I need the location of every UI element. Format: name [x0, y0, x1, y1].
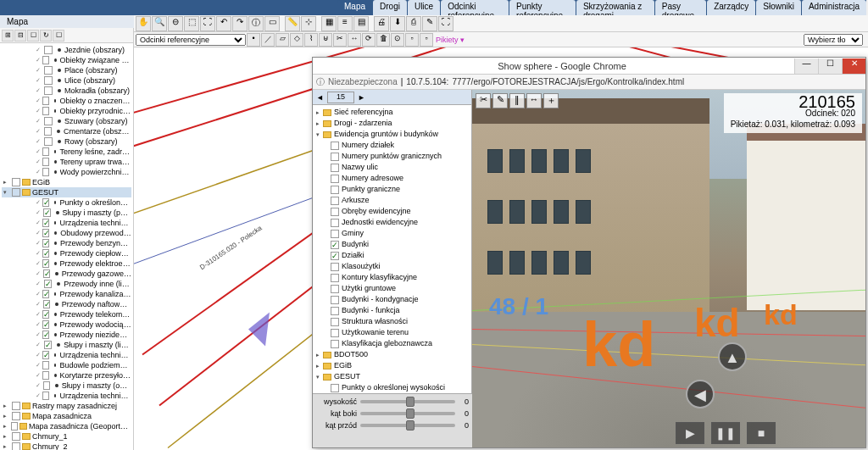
tree-item[interactable]: ✓Budowle podziemne (obszary) — [2, 360, 131, 370]
tree-item[interactable]: ✓Tereny leśne, zadrzewione lub — [2, 147, 131, 157]
tree-item[interactable]: ✓Cmentarze (obszary) — [2, 126, 131, 136]
tab-drogi[interactable]: Drogi — [373, 0, 407, 15]
ptree-item[interactable]: Punkty o określonej wysokości — [314, 382, 470, 393]
tree-item[interactable]: ✓Przewody inne (linie) — [2, 279, 131, 289]
edit-break-button[interactable]: ⌇ — [304, 33, 318, 47]
tree-item[interactable]: ✓Przewody kanalizacyjne (linie) — [2, 289, 131, 299]
edit-merge-button[interactable]: ⊎ — [319, 33, 332, 47]
ptree-folder[interactable]: ▾GESUT — [314, 371, 470, 382]
tree-folder[interactable]: ▸Mapa zasadnicza (Geoportal M. Wło — [2, 421, 131, 431]
slider-kąt boki[interactable]: kąt boki0 — [316, 408, 469, 419]
edit-move-button[interactable]: ↔ — [348, 33, 361, 47]
tree-folder[interactable]: ▸Mapa zasadnicza — [2, 411, 131, 421]
tree-egib[interactable]: ▸EGiB — [2, 177, 131, 187]
tree-item[interactable]: ✓Przewody ciepłownicze (linie) — [2, 248, 131, 258]
ptree-item[interactable]: Klasoużytki — [314, 261, 470, 272]
tree-item[interactable]: ✓Urządzenia techniczne związa — [2, 350, 131, 360]
print-button[interactable]: 🖨 — [374, 16, 389, 31]
tree-item[interactable]: ✓Mokradła (obszary) — [2, 86, 131, 96]
tree-item[interactable]: ✓Urządzenia techniczne związa — [2, 391, 131, 401]
coords-button[interactable]: ⊹ — [301, 16, 316, 31]
tree-item[interactable]: ✓Punkty o określonej wysokośc — [2, 197, 131, 208]
tab-slowniki[interactable]: Słowniki — [756, 0, 801, 15]
expand-all-button[interactable]: ⊞ — [2, 30, 14, 42]
popup-spin-input[interactable]: 15 — [327, 92, 354, 103]
move-tool-button[interactable]: ↔ — [526, 93, 542, 108]
edit-poly-button[interactable]: ▱ — [275, 33, 289, 47]
street-view[interactable]: 48 / 1 kd kd kd ✂ ✎ ‖ ↔ ＋ 210165 Odcinek… — [472, 90, 865, 447]
ptree-item[interactable]: Klasyfikacja gleboznawcza — [314, 338, 470, 349]
tree-item[interactable]: ✓Korytarze przesyłowe (obszar — [2, 370, 131, 381]
tree-item[interactable]: ✓Jezdnie (obszary) — [2, 45, 131, 55]
tree-item[interactable]: ✓Obudowy przewodów (linie) — [2, 228, 131, 238]
ptree-item[interactable]: Gminy — [314, 228, 470, 239]
legend-button[interactable]: ▤ — [353, 16, 369, 31]
ptree-item[interactable]: Użytkowanie terenu — [314, 327, 470, 338]
zoom-out-button[interactable]: ⊖ — [168, 16, 183, 31]
fullscreen-button[interactable]: ⛶ — [438, 16, 453, 31]
ptree-folder[interactable]: ▸EGiB — [314, 360, 470, 371]
ptree-item[interactable]: Struktura własności — [314, 316, 470, 327]
export-button[interactable]: ⬇ — [390, 16, 405, 31]
tree-folder[interactable]: ▸Rastry mapy zasadniczej — [2, 401, 131, 411]
ptree-item[interactable]: Budynki — [314, 239, 470, 250]
add-tool-button[interactable]: ＋ — [543, 93, 559, 108]
tab-ulice[interactable]: Ulice — [408, 0, 440, 15]
ptree-item[interactable]: Arkusze — [314, 195, 470, 206]
tree-item[interactable]: ✓Obiekty o znaczeniu orientacy — [2, 96, 131, 106]
next-extent-button[interactable]: ↷ — [232, 16, 248, 31]
tree-item[interactable]: ✓Obiekty związane z komunika — [2, 55, 131, 65]
ptree-item[interactable]: Działki — [314, 250, 470, 261]
tab-mapa[interactable]: Mapa — [337, 0, 372, 15]
tree-item[interactable]: ✓Place (obszary) — [2, 65, 131, 75]
edit-rotate-button[interactable]: ⟳ — [362, 33, 376, 47]
ptree-item[interactable]: Obręby ewidencyjne — [314, 206, 470, 217]
prev-extent-button[interactable]: ↶ — [216, 16, 231, 31]
tree-item[interactable]: ✓Tereny upraw trwałych i trawn — [2, 157, 131, 167]
checkbox2-button[interactable]: ☐ — [53, 30, 64, 42]
popup-titlebar[interactable]: Show sphere - Google Chrome — ☐ ✕ — [313, 58, 865, 75]
tab-pasy[interactable]: Pasy drogowe — [655, 0, 706, 15]
tree-item[interactable]: ✓Przewody telekomunikacyjne — [2, 309, 131, 319]
ptree-item[interactable]: Nazwy ulic — [314, 162, 470, 173]
tree-item[interactable]: ✓Słupy i maszty (linie) — [2, 340, 131, 350]
edit-split-button[interactable]: ✂ — [333, 33, 347, 47]
ptree-folder[interactable]: ▸Drogi - zdarzenia — [314, 118, 470, 129]
ptree-item[interactable]: Numery działek — [314, 140, 470, 151]
nav-left-button[interactable]: ◀ — [686, 380, 715, 408]
edit-more1-button[interactable]: ▫ — [405, 33, 419, 47]
edit-node-button[interactable]: ◇ — [290, 33, 303, 47]
ptree-item[interactable]: Kontury klasyfikacyjne — [314, 272, 470, 283]
stop-button[interactable]: ■ — [747, 422, 776, 444]
ptree-item[interactable]: Punkty graniczne — [314, 184, 470, 195]
draw-tool-button[interactable]: ✎ — [492, 93, 508, 108]
tab-administracja[interactable]: Administracja — [802, 0, 866, 15]
tree-folder[interactable]: ▸Chmury_1 — [2, 431, 131, 442]
ptree-item[interactable]: Numery adresowe — [314, 173, 470, 184]
tree-item[interactable]: ✓Ulice (obszary) — [2, 75, 131, 86]
snap-button[interactable]: ⊙ — [391, 33, 404, 47]
tree-folder[interactable]: ▸Chmury_2 — [2, 442, 131, 450]
pikiety-dropdown[interactable]: Pikiety ▾ — [436, 36, 465, 44]
ptree-folder[interactable]: ▸BDOT500 — [314, 349, 470, 360]
popup-fwd-button[interactable]: ► — [358, 93, 365, 102]
nav-up-button[interactable]: ▲ — [718, 342, 747, 371]
snapshot-button[interactable]: ⎙ — [406, 16, 421, 31]
slider-wysokość[interactable]: wysokość0 — [316, 396, 469, 408]
tree-item[interactable]: ✓Słupy i maszty (obszary) — [2, 381, 131, 391]
edit-more2-button[interactable]: ▫ — [420, 33, 433, 47]
select-button[interactable]: ▭ — [264, 16, 280, 31]
grid-button[interactable]: ▦ — [321, 16, 337, 31]
zoom-window-button[interactable]: ⬚ — [184, 16, 199, 31]
edit-geom-button[interactable]: ✎ — [422, 16, 437, 31]
ptree-item[interactable]: Budynki - funkcja — [314, 305, 470, 316]
checkbox-button[interactable]: ☐ — [27, 30, 39, 42]
collapse-all-button[interactable]: ⊟ — [14, 30, 26, 42]
ptree-item[interactable]: Jednostki ewidencyjne — [314, 217, 470, 228]
tree-item[interactable]: ✓Obiekty przyrodnicze (obszary — [2, 106, 131, 116]
identify-button[interactable]: ⓘ — [248, 16, 264, 31]
tab-odcinki[interactable]: Odcinki referencyjne — [441, 0, 509, 15]
hand-tool-button[interactable]: ✋ — [136, 16, 151, 31]
tab-zarzadcy[interactable]: Zarządcy — [707, 0, 755, 15]
minimize-button[interactable]: — — [794, 58, 818, 74]
